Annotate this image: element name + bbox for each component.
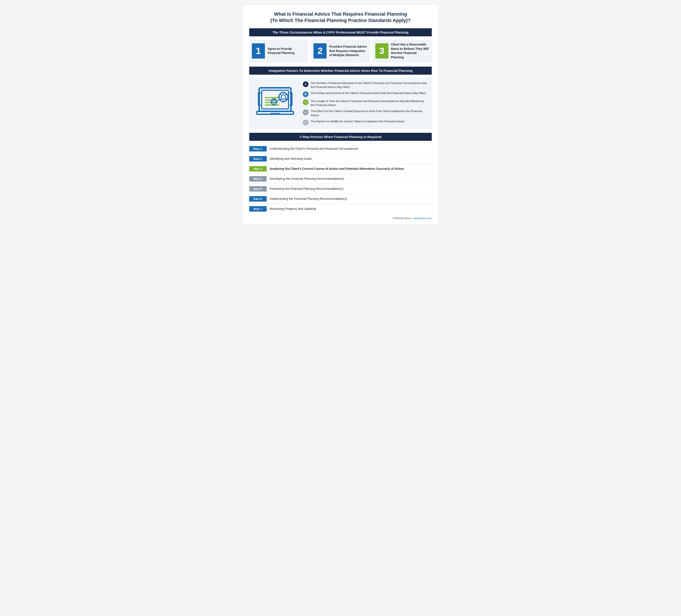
step-label-2: Step 2: [249,156,267,161]
num-badge-1: 1 [252,43,265,58]
step-row-2: Step 2: Identifying and Selecting Goals [249,154,432,164]
circumstance-3: 3 Client Has a Reasonable Basis to Belie… [373,39,432,62]
step-text-1: Understanding the Client's Personal and … [270,147,358,151]
section1-header: The Three Circumstances When A CFP® Prof… [249,28,432,36]
svg-rect-10 [282,91,284,93]
integration-text-a: The Number of Relevant Elements of the C… [311,81,428,89]
badge-a: A [303,81,308,87]
step-row-3: Step 3: Analyzing the Client's Current C… [249,164,432,174]
step-row-7: Step 7: Monitoring Progress and Updating [249,204,432,214]
circumstances-row: 1 Agree to Provide Financial Planning 2 … [249,39,432,62]
step-text-4: Developing the Financial Planning Recomm… [270,177,344,181]
integration-text-d: The Effect On the Client's Overall Expos… [311,109,428,117]
circumstance-3-text: Client Has a Reasonable Basis to Believe… [391,43,429,59]
step-row-6: Step 6: Implementing the Financial Plann… [249,194,432,204]
step-text-6: Implementing the Financial Planning Reco… [270,197,347,201]
main-title: What Is Financial Advice That Requires F… [249,11,432,24]
section3-header: 7-Step Process When Financial Planning I… [249,133,432,141]
svg-rect-11 [282,101,284,103]
svg-rect-13 [287,96,289,98]
integration-item-e: E The Barriers to Modify the Actions Tak… [303,119,428,125]
step-label-4: Step 4: [249,176,267,182]
svg-rect-23 [277,101,278,103]
svg-rect-3 [270,113,279,114]
footer-text: © Michael Kitces, www.kitces.com [392,217,432,220]
num-badge-3: 3 [375,43,388,58]
step-label-3: Step 3: [249,166,267,171]
badge-d: D [303,109,308,115]
integration-text-e: The Barriers to Modify the Actions Taken… [311,119,405,124]
laptop-icon-container [253,81,299,125]
svg-rect-21 [273,105,275,106]
integration-section: A The Number of Relevant Elements of the… [249,78,432,129]
step-text-3: Analyzing the Client's Current Course of… [270,167,404,171]
step-text-2: Identifying and Selecting Goals [270,157,312,161]
integration-text-c: The Length of Time the Client's Personal… [311,99,428,107]
steps-section: Step 1: Understanding the Client's Perso… [249,144,432,214]
svg-rect-12 [278,96,280,98]
step-label-1: Step 1: [249,146,267,152]
step-label-7: Step 7: [249,206,267,212]
svg-rect-20 [273,98,275,100]
section2-header: Integration Factors To Determine Whether… [249,66,432,75]
circumstance-1-text: Agree to Provide Financial Planning [268,47,306,55]
badge-b: B [303,91,308,97]
integration-item-a: A The Number of Relevant Elements of the… [303,81,428,89]
step-row-1: Step 1: Understanding the Client's Perso… [249,144,432,154]
svg-point-9 [281,95,285,100]
integration-item-b: B The Portion and Amount of the Client's… [303,91,428,97]
step-text-5: Presenting the Financial Planning Recomm… [270,187,344,191]
svg-rect-22 [270,101,272,103]
circumstance-2: 2 Provides Financial Advice that Require… [311,39,370,62]
title-line1: What Is Financial Advice That Requires F… [274,11,407,17]
title-line2: (To Which The Financial Planning Practic… [271,18,411,23]
badge-c: C [303,100,308,105]
footer-link: www.kitces.com [413,217,432,220]
step-row-4: Step 4: Developing the Financial Plannin… [249,174,432,184]
step-text-7: Monitoring Progress and Updating [270,207,316,211]
integration-items: A The Number of Relevant Elements of the… [303,81,428,125]
integration-item-d: D The Effect On the Client's Overall Exp… [303,109,428,117]
circumstance-2-text: Provides Financial Advice that Requires … [329,45,367,57]
integration-item-c: C The Length of Time the Client's Person… [303,99,428,107]
laptop-svg [255,86,296,120]
circumstance-1: 1 Agree to Provide Financial Planning [249,39,308,62]
step-label-6: Step 6: [249,196,267,202]
integration-text-b: The Portion and Amount of the Client's F… [311,91,426,95]
badge-e: E [303,120,308,125]
num-badge-2: 2 [313,43,327,58]
infographic-container: What Is Financial Advice That Requires F… [243,4,438,224]
step-label-5: Step 5: [249,186,267,191]
footer: © Michael Kitces, www.kitces.com [249,217,432,220]
step-row-5: Step 5: Presenting the Financial Plannin… [249,184,432,194]
